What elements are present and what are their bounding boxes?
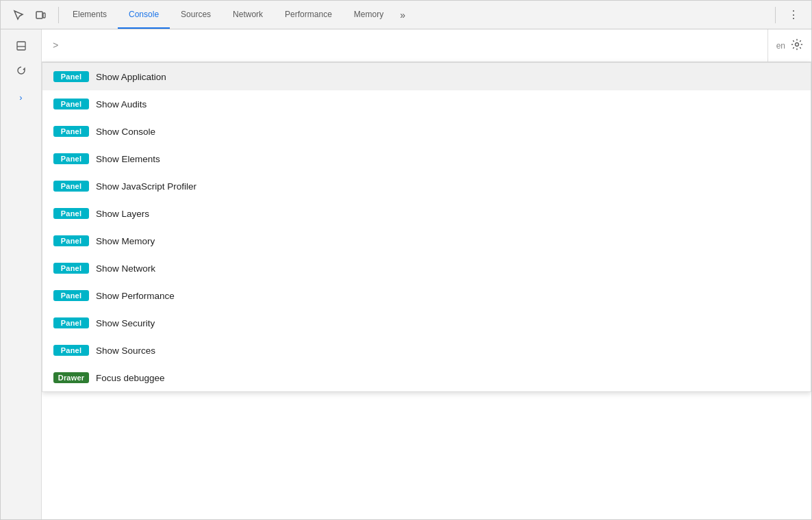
settings-gear-btn[interactable] [791, 38, 803, 53]
dropdown-item[interactable]: PanelShow Audits [42, 90, 811, 118]
tab-separator [58, 7, 59, 23]
inspect-icon [13, 10, 24, 21]
dropdown-item[interactable]: PanelShow Application [42, 63, 811, 90]
tab-sources[interactable]: Sources [170, 1, 222, 29]
dropdown-item-label: Show Network [96, 263, 155, 274]
dropdown-item[interactable]: PanelShow JavaScript Profiler [42, 172, 811, 200]
tab-more-button[interactable]: » [394, 1, 411, 29]
dropdown-item[interactable]: PanelShow Layers [42, 200, 811, 227]
console-input-row: > en [42, 29, 811, 62]
dropdown-item-label: Show Audits [96, 99, 147, 109]
expand-arrow[interactable]: › [16, 90, 25, 105]
tab-performance[interactable]: Performance [274, 1, 343, 29]
badge-panel: Panel [53, 181, 89, 192]
dropdown-item-label: Show JavaScript Profiler [96, 181, 196, 192]
dropdown-item[interactable]: PanelShow Memory [42, 227, 811, 255]
dropdown-item-label: Show Performance [96, 291, 175, 301]
tabs-container: Elements Console Sources Network Perform… [62, 1, 772, 29]
svg-rect-2 [17, 42, 25, 50]
badge-panel: Panel [53, 290, 89, 301]
dropdown-item[interactable]: PanelShow Security [42, 309, 811, 337]
inspect-icon-btn[interactable] [9, 5, 28, 25]
badge-panel: Panel [53, 345, 89, 356]
svg-rect-1 [43, 13, 45, 18]
dropdown-item[interactable]: PanelShow Sources [42, 337, 811, 364]
console-input[interactable] [64, 40, 756, 51]
dropdown-item[interactable]: PanelShow Console [42, 118, 811, 145]
tab-bar-left-icons [3, 5, 55, 25]
gear-icon [791, 38, 803, 51]
devtools-window: Elements Console Sources Network Perform… [0, 0, 812, 520]
autocomplete-dropdown: PanelShow ApplicationPanelShow AuditsPan… [42, 62, 811, 392]
tab-bar-right: ⋮ [778, 5, 809, 25]
badge-panel: Panel [53, 263, 89, 274]
context-label: en [776, 41, 785, 51]
console-drawer-icon [16, 41, 26, 51]
dropdown-item[interactable]: DrawerFocus debuggee [42, 364, 811, 391]
dropdown-item[interactable]: PanelShow Performance [42, 282, 811, 309]
badge-drawer: Drawer [53, 372, 89, 383]
device-icon [35, 10, 46, 21]
dropdown-item-label: Focus debuggee [96, 373, 165, 383]
badge-panel: Panel [53, 208, 89, 219]
badge-panel: Panel [53, 126, 89, 137]
dropdown-item-label: Show Console [96, 127, 155, 137]
svg-rect-0 [36, 12, 42, 18]
dropdown-item[interactable]: PanelShow Elements [42, 145, 811, 172]
dropdown-item-label: Show Sources [96, 346, 155, 356]
dropdown-item-label: Show Elements [96, 154, 160, 164]
refresh-icon [16, 66, 26, 75]
device-icon-btn[interactable] [31, 5, 50, 25]
tab-console[interactable]: Console [118, 1, 170, 29]
dropdown-item[interactable]: PanelShow Network [42, 255, 811, 282]
show-console-drawer-btn[interactable] [10, 35, 32, 57]
console-toolbar-right: en [767, 29, 811, 62]
console-prompt: > [53, 40, 58, 51]
badge-panel: Panel [53, 153, 89, 164]
tab-network[interactable]: Network [222, 1, 274, 29]
tab-memory[interactable]: Memory [343, 1, 394, 29]
badge-panel: Panel [53, 317, 89, 328]
badge-panel: Panel [53, 235, 89, 246]
tab-elements[interactable]: Elements [62, 1, 118, 29]
badge-panel: Panel [53, 71, 89, 82]
badge-panel: Panel [53, 99, 89, 109]
refresh-btn[interactable] [10, 60, 32, 81]
sidebar: › [1, 29, 42, 519]
svg-point-4 [796, 43, 799, 47]
dropdown-item-label: Show Layers [96, 209, 149, 219]
main-area: › > en [1, 29, 811, 519]
tab-separator-right [775, 7, 776, 23]
dropdown-item-label: Show Security [96, 318, 155, 328]
dropdown-item-label: Show Application [96, 72, 166, 82]
tab-bar: Elements Console Sources Network Perform… [1, 1, 811, 29]
console-area: > en PanelShow ApplicationPanelShow Audi… [42, 29, 811, 519]
more-options-button[interactable]: ⋮ [784, 5, 803, 25]
console-input-area: > [42, 29, 767, 62]
dropdown-item-label: Show Memory [96, 236, 155, 246]
